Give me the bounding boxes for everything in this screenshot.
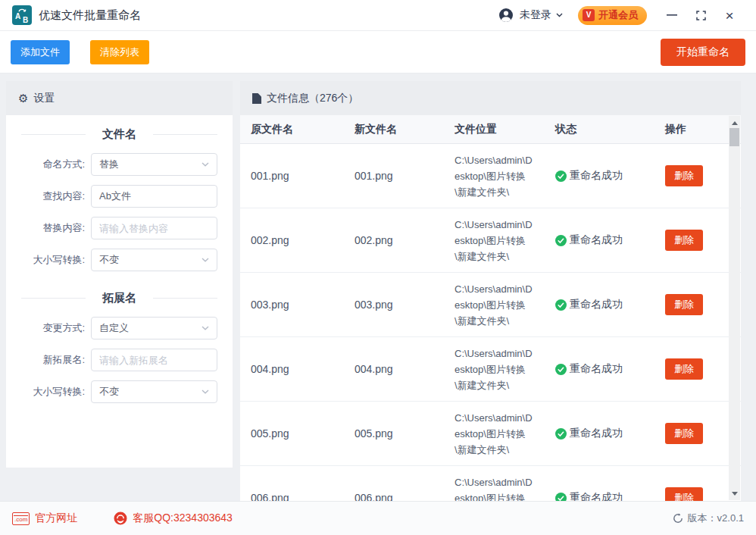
settings-title: 设置: [33, 92, 55, 105]
new-filename: 006.png: [355, 492, 455, 501]
status-text: 重命名成功: [570, 362, 623, 376]
new-extension-field-wrap: [91, 349, 217, 371]
vip-icon: V: [583, 9, 595, 21]
original-filename: 006.png: [251, 492, 355, 501]
file-location: C:\Users\admin\Desktop\图片转换\新建文件夹\: [455, 410, 535, 458]
open-vip-button[interactable]: V 开通会员: [578, 6, 647, 25]
new-extension-input[interactable]: [99, 355, 209, 366]
clear-list-button[interactable]: 清除列表: [90, 40, 149, 64]
status-cell: 重命名成功: [555, 491, 665, 501]
table-header-row: 原文件名 新文件名 文件位置 状态 操作: [240, 115, 741, 144]
file-info-header: 文件信息（276个）: [240, 81, 741, 115]
delete-button[interactable]: 删除: [665, 487, 703, 501]
original-filename: 002.png: [251, 234, 355, 246]
new-filename: 002.png: [355, 234, 455, 246]
user-avatar-icon: [498, 8, 514, 23]
maximize-button[interactable]: [686, 5, 715, 26]
replace-content-field-wrap: [91, 217, 217, 239]
table-row: 006.png 006.png C:\Users\admin\Desktop\图…: [240, 466, 741, 501]
filename-case-label: 大小写转换:: [21, 253, 91, 267]
scroll-down-icon: [732, 492, 738, 496]
vip-label: 开通会员: [598, 8, 638, 22]
replace-content-input[interactable]: [99, 223, 209, 234]
version-label: 版本：v2.0.1: [688, 512, 744, 525]
filename-case-value: 不变: [99, 253, 119, 267]
status-text: 重命名成功: [570, 233, 623, 247]
add-files-button[interactable]: 添加文件: [11, 40, 70, 64]
original-filename: 001.png: [251, 170, 355, 182]
version-area: 版本：v2.0.1: [673, 512, 744, 525]
filename-section-label: 文件名: [86, 127, 153, 142]
chevron-down-icon: [201, 258, 209, 262]
delete-button[interactable]: 删除: [665, 230, 703, 251]
official-website-link[interactable]: .com 官方网址: [12, 512, 77, 525]
change-mode-value: 自定义: [99, 321, 129, 335]
window-controls: ×: [658, 5, 744, 26]
status-text: 重命名成功: [570, 491, 623, 501]
file-location: C:\Users\admin\Desktop\图片转换\新建文件夹\: [455, 346, 535, 393]
table-row: 003.png 003.png C:\Users\admin\Desktop\图…: [240, 273, 741, 337]
settings-panel-header: ⚙ 设置: [6, 81, 233, 115]
extension-section-title: 拓展名: [21, 291, 217, 305]
delete-button[interactable]: 删除: [665, 294, 703, 315]
svg-text:B: B: [23, 16, 28, 24]
table-row: 004.png 004.png C:\Users\admin\Desktop\图…: [240, 337, 741, 402]
new-filename: 004.png: [355, 363, 455, 375]
document-icon: [252, 93, 261, 104]
user-menu[interactable]: 未登录: [498, 8, 563, 23]
original-filename: 003.png: [251, 299, 355, 311]
customer-service-label: 客服QQ:3234303643: [133, 512, 233, 525]
chevron-down-icon: [201, 326, 209, 330]
table-row: 005.png 005.png C:\Users\admin\Desktop\图…: [240, 402, 741, 466]
status-cell: 重命名成功: [555, 362, 665, 376]
refresh-icon[interactable]: [673, 513, 683, 524]
start-rename-button[interactable]: 开始重命名: [661, 39, 745, 66]
search-content-input[interactable]: [99, 191, 209, 202]
original-filename: 005.png: [251, 427, 355, 440]
svg-text:A: A: [15, 12, 20, 20]
scroll-up-button[interactable]: [729, 117, 740, 128]
scroll-up-icon: [732, 121, 738, 125]
file-info-panel: 文件信息（276个） 原文件名 新文件名 文件位置 状态 操作 001.png …: [240, 81, 741, 501]
col-status: 状态: [555, 123, 665, 136]
original-filename: 004.png: [251, 363, 355, 375]
table-body: 001.png 001.png C:\Users\admin\Desktop\图…: [240, 144, 741, 501]
file-info-title: 文件信息（276个）: [267, 92, 358, 105]
settings-form: 文件名 命名方式: 替换 查找内容: 替换内容:: [6, 115, 233, 412]
search-content-field-wrap: [91, 185, 217, 208]
file-location: C:\Users\admin\Desktop\图片转换\新建文件夹\: [455, 281, 535, 329]
extension-case-select[interactable]: 不变: [91, 380, 217, 403]
new-filename: 001.png: [355, 170, 455, 182]
success-check-icon: [555, 428, 567, 440]
delete-button[interactable]: 删除: [665, 423, 703, 444]
toolbar: 添加文件 清除列表 开始重命名: [0, 31, 756, 74]
maximize-icon: [696, 11, 706, 20]
gear-icon: ⚙: [18, 92, 28, 105]
col-original-name: 原文件名: [251, 123, 355, 136]
close-button[interactable]: ×: [715, 5, 744, 26]
scrollbar[interactable]: [729, 116, 740, 500]
scrollbar-thumb[interactable]: [729, 128, 739, 146]
file-location: C:\Users\admin\Desktop\图片转换\新建文件夹\: [455, 152, 535, 200]
filename-section-title: 文件名: [21, 127, 217, 142]
minimize-button[interactable]: [658, 5, 686, 26]
customer-service-link[interactable]: 客服QQ:3234303643: [114, 512, 233, 525]
chevron-down-icon: [201, 162, 209, 167]
naming-mode-value: 替换: [99, 158, 119, 171]
table-row: 002.png 002.png C:\Users\admin\Desktop\图…: [240, 208, 741, 273]
search-content-label: 查找内容:: [21, 189, 91, 203]
filename-case-select[interactable]: 不变: [91, 249, 217, 271]
delete-button[interactable]: 删除: [665, 165, 703, 186]
footer: .com 官方网址 客服QQ:3234303643 版本：v2.0.1: [0, 501, 756, 535]
success-check-icon: [555, 493, 567, 502]
delete-button[interactable]: 删除: [665, 358, 703, 380]
settings-panel: ⚙ 设置 文件名 命名方式: 替换 查找内容:: [6, 81, 233, 468]
extension-case-value: 不变: [99, 385, 119, 399]
scroll-down-button[interactable]: [729, 488, 740, 499]
success-check-icon: [555, 235, 567, 246]
naming-mode-select[interactable]: 替换: [91, 153, 217, 176]
success-check-icon: [555, 364, 567, 375]
success-check-icon: [555, 171, 567, 182]
status-cell: 重命名成功: [555, 298, 665, 311]
change-mode-select[interactable]: 自定义: [91, 317, 217, 339]
